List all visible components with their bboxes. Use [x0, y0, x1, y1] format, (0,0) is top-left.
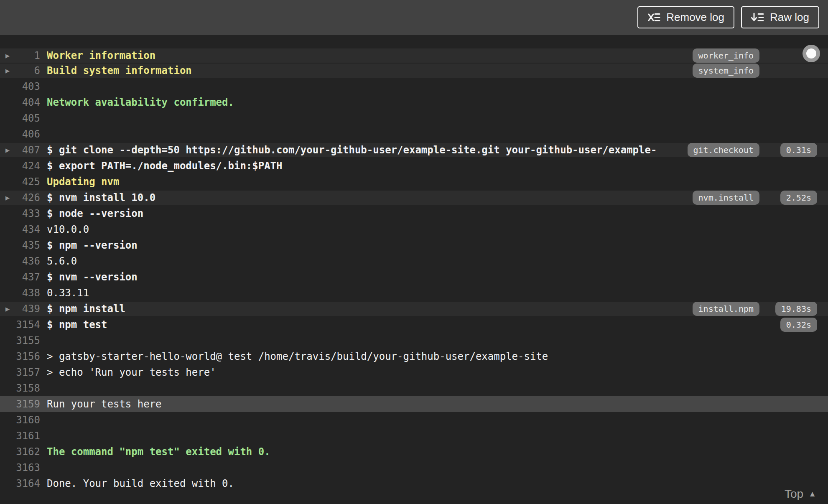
duration-badge: 2.52s [780, 191, 817, 205]
log-row: 3161 [0, 428, 828, 444]
log-line-text: > gatsby-starter-hello-world@ test /home… [47, 349, 686, 364]
log-row: 434v10.0.0 [0, 221, 828, 237]
line-number-link[interactable]: 3157 [0, 364, 40, 380]
line-number-link[interactable]: 3163 [0, 460, 40, 476]
log-row: 3154$ npm test0.32s [0, 317, 828, 333]
line-number-link[interactable]: 439 [0, 302, 40, 316]
log-row: 3157> echo 'Run your tests here' [0, 364, 828, 380]
step-tag-badge: worker_info [693, 48, 759, 63]
log-row: 425Updating nvm [0, 174, 828, 190]
log-row: 3160 [0, 412, 828, 428]
log-line-text: $ npm --version [47, 237, 686, 253]
log-row: ▶439$ npm installinstall.npm19.83s [0, 302, 828, 316]
line-number-link[interactable]: 3161 [0, 428, 40, 444]
log-line-text: Worker information [47, 48, 686, 63]
log-line-text: 0.33.11 [47, 285, 686, 301]
log-line-text: Updating nvm [47, 174, 686, 190]
line-number-link[interactable]: 3158 [0, 380, 40, 396]
log-row: 405 [0, 110, 828, 126]
line-number-link[interactable]: 3160 [0, 412, 40, 428]
log-line-text: $ export PATH=./node_modules/.bin:$PATH [47, 158, 686, 174]
step-tag-badge: install.npm [693, 302, 759, 316]
log-line-text: $ node --version [47, 206, 686, 221]
line-number-link[interactable]: 404 [0, 94, 40, 110]
log-row: 4380.33.11 [0, 285, 828, 301]
log-row: 3162The command "npm test" exited with 0… [0, 444, 828, 460]
log-row: 3159Run your tests here [0, 396, 828, 412]
build-log: ▶1Worker informationworker_info▶6Build s… [0, 35, 828, 504]
log-row: ▶6Build system informationsystem_info [0, 64, 828, 78]
line-number-link[interactable]: 437 [0, 269, 40, 285]
line-number-link[interactable]: 435 [0, 237, 40, 253]
log-row: 3158 [0, 380, 828, 396]
log-line-text: Network availability confirmed. [47, 94, 686, 110]
log-row: 3155 [0, 333, 828, 349]
line-number-link[interactable]: 438 [0, 285, 40, 301]
line-number-link[interactable]: 3164 [0, 476, 40, 491]
log-line-text: $ npm test [47, 317, 686, 333]
log-line-text: Done. Your build exited with 0. [47, 476, 686, 491]
duration-badge: 19.83s [775, 302, 817, 316]
log-line-text: > echo 'Run your tests here' [47, 364, 686, 380]
line-number-link[interactable]: 405 [0, 110, 40, 126]
duration-badge: 0.32s [780, 318, 817, 332]
log-row: 3156> gatsby-starter-hello-world@ test /… [0, 349, 828, 364]
line-number-link[interactable]: 3156 [0, 349, 40, 364]
log-line-text: v10.0.0 [47, 221, 686, 237]
log-line-text: $ npm install [47, 302, 686, 316]
line-number-link[interactable]: 406 [0, 126, 40, 142]
log-row: 424$ export PATH=./node_modules/.bin:$PA… [0, 158, 828, 174]
line-number-link[interactable]: 436 [0, 253, 40, 269]
line-number-link[interactable]: 426 [0, 191, 40, 205]
log-line-text: The command "npm test" exited with 0. [47, 444, 686, 460]
remove-log-icon [647, 12, 660, 23]
log-row: 433$ node --version [0, 206, 828, 221]
remove-log-label: Remove log [666, 11, 724, 24]
log-line-text: $ nvm --version [47, 269, 686, 285]
log-row: 437$ nvm --version [0, 269, 828, 285]
raw-log-button[interactable]: Raw log [741, 6, 819, 28]
line-number-link[interactable]: 1 [0, 48, 40, 63]
line-number-link[interactable]: 425 [0, 174, 40, 190]
caret-up-icon: ▲ [808, 489, 816, 499]
step-tag-badge: nvm.install [693, 191, 759, 205]
line-number-link[interactable]: 403 [0, 79, 40, 94]
line-number-link[interactable]: 6 [0, 64, 40, 78]
log-line-text: Run your tests here [47, 396, 686, 412]
step-tag-badge: git.checkout [688, 143, 760, 157]
log-row: 3164Done. Your build exited with 0. [0, 476, 828, 491]
log-row: ▶1Worker informationworker_info [0, 48, 828, 63]
raw-log-download-icon [751, 12, 764, 23]
scroll-indicator[interactable] [803, 45, 820, 62]
log-line-text: $ git clone --depth=50 https://github.co… [47, 143, 686, 157]
log-row: 3163 [0, 460, 828, 476]
log-line-text: 5.6.0 [47, 253, 686, 269]
line-number-link[interactable]: 433 [0, 206, 40, 221]
line-number-link[interactable]: 424 [0, 158, 40, 174]
log-line-text: Build system information [47, 64, 686, 78]
log-row: ▶426$ nvm install 10.0nvm.install2.52s [0, 191, 828, 205]
scroll-to-top-link[interactable]: Top ▲ [785, 487, 816, 501]
step-tag-badge: system_info [693, 64, 759, 78]
log-row: 435$ npm --version [0, 237, 828, 253]
remove-log-button[interactable]: Remove log [637, 6, 734, 28]
log-row: 406 [0, 126, 828, 142]
top-link-label: Top [785, 487, 803, 501]
line-number-link[interactable]: 434 [0, 221, 40, 237]
line-number-link[interactable]: 3159 [0, 396, 40, 412]
duration-badge: 0.31s [780, 143, 817, 157]
log-row: 403 [0, 79, 828, 94]
log-line-text: $ nvm install 10.0 [47, 191, 686, 205]
log-row: ▶407$ git clone --depth=50 https://githu… [0, 143, 828, 157]
line-number-link[interactable]: 407 [0, 143, 40, 157]
line-number-link[interactable]: 3162 [0, 444, 40, 460]
log-row: 404Network availability confirmed. [0, 94, 828, 110]
log-row: 4365.6.0 [0, 253, 828, 269]
toolbar: Remove log Raw log [0, 0, 828, 36]
line-number-link[interactable]: 3154 [0, 317, 40, 333]
line-number-link[interactable]: 3155 [0, 333, 40, 349]
raw-log-label: Raw log [770, 11, 809, 24]
